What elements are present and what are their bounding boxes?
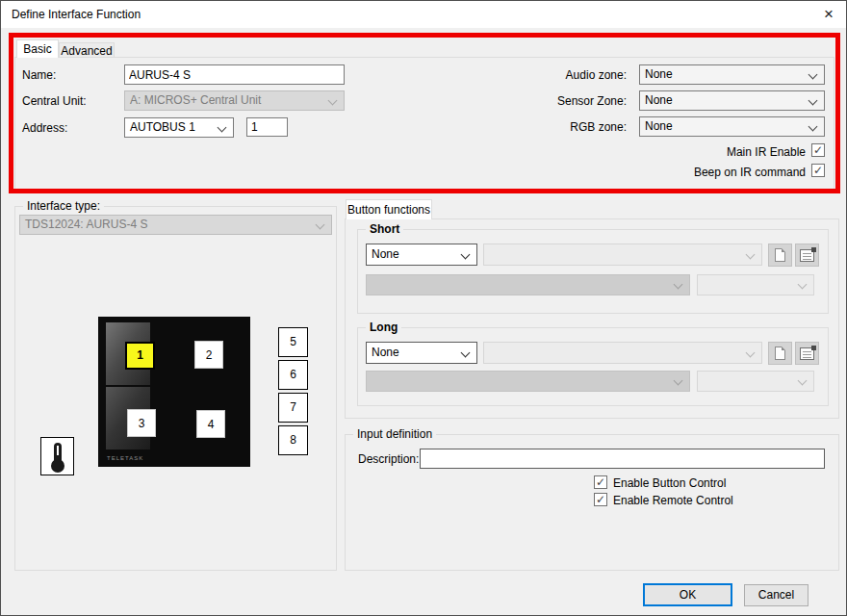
main-ir-enable-label: Main IR Enable — [617, 145, 806, 159]
device-button-2[interactable]: 2 — [194, 341, 223, 369]
device-brand: TELETASK — [107, 455, 143, 461]
long-target-combobox — [483, 342, 762, 364]
device-button-6[interactable]: 6 — [278, 360, 308, 390]
enable-remote-control-label: Enable Remote Control — [613, 494, 733, 507]
chevron-down-icon — [674, 376, 683, 386]
long-function-combobox[interactable]: None — [366, 342, 477, 364]
cancel-button[interactable]: Cancel — [744, 584, 808, 606]
device-button-3[interactable]: 3 — [127, 409, 156, 437]
sensor-zone-combobox[interactable]: None — [639, 90, 825, 111]
beep-ir-label: Beep on IR command — [617, 166, 806, 179]
chevron-down-icon — [461, 250, 471, 260]
device-button-7[interactable]: 7 — [278, 393, 308, 423]
long-press-group: Long None — [357, 327, 829, 406]
long-param1-combobox — [366, 371, 690, 392]
rgb-zone-combobox[interactable]: None — [639, 116, 825, 137]
tab-basic[interactable]: Basic — [16, 39, 59, 58]
address-number-input[interactable] — [246, 117, 288, 137]
temperature-sensor-button[interactable] — [40, 437, 74, 475]
device-button-8[interactable]: 8 — [278, 425, 308, 455]
new-document-icon — [775, 346, 785, 360]
chevron-down-icon — [461, 348, 471, 358]
interface-type-combobox: TDS12024: AURUS-4 S — [19, 215, 332, 235]
name-input[interactable] — [124, 64, 345, 85]
main-ir-enable-checkbox[interactable] — [811, 143, 825, 157]
title-bar: Define Interface Function × — [1, 1, 846, 28]
long-new-button — [768, 342, 792, 365]
close-icon[interactable]: × — [816, 4, 841, 25]
tab-advanced[interactable]: Advanced — [59, 42, 115, 58]
short-press-group: Short None — [357, 229, 829, 314]
chevron-down-icon — [798, 376, 808, 386]
device-button-1[interactable]: 1 — [125, 342, 155, 370]
rgb-zone-label: RGB zone: — [521, 120, 627, 134]
address-label: Address: — [22, 121, 67, 135]
chevron-down-icon — [746, 250, 756, 260]
address-bus-combobox[interactable]: AUTOBUS 1 — [124, 117, 234, 138]
long-caption: Long — [366, 321, 401, 334]
description-label: Description: — [358, 452, 419, 466]
enable-remote-control-checkbox[interactable] — [594, 493, 607, 506]
short-function-combobox[interactable]: None — [366, 244, 477, 266]
long-properties-button — [795, 342, 819, 365]
short-properties-button — [795, 244, 819, 267]
chevron-down-icon — [328, 96, 338, 106]
properties-icon — [800, 347, 814, 360]
interface-type-group: Interface type: TDS12024: AURUS-4 S TELE… — [14, 206, 337, 571]
chevron-down-icon — [808, 122, 818, 132]
device-preview: TELETASK 1 2 3 4 — [98, 317, 250, 467]
enable-button-control-label: Enable Button Control — [613, 476, 726, 490]
audio-zone-combobox[interactable]: None — [639, 64, 825, 85]
short-param2-combobox — [697, 274, 814, 295]
chevron-down-icon — [808, 96, 818, 106]
dialog-title: Define Interface Function — [12, 8, 141, 21]
new-document-icon — [775, 248, 785, 262]
device-button-4[interactable]: 4 — [196, 410, 225, 438]
properties-icon — [800, 249, 814, 262]
tab-button-functions[interactable]: Button functions — [346, 199, 432, 219]
device-button-5[interactable]: 5 — [278, 327, 308, 357]
dialog-define-interface-function: Define Interface Function × Basic Advanc… — [0, 0, 847, 616]
enable-button-control-checkbox[interactable] — [594, 475, 607, 489]
chevron-down-icon — [808, 70, 818, 80]
short-caption: Short — [366, 222, 403, 236]
chevron-down-icon — [316, 220, 325, 230]
interface-type-caption: Interface type: — [23, 199, 104, 213]
short-new-button — [768, 244, 792, 267]
chevron-down-icon — [218, 123, 227, 133]
description-input[interactable] — [420, 449, 825, 469]
chevron-down-icon — [746, 348, 756, 358]
sensor-zone-label: Sensor Zone: — [521, 94, 627, 108]
short-target-combobox — [483, 244, 762, 266]
chevron-down-icon — [798, 280, 808, 290]
name-label: Name: — [22, 68, 56, 82]
input-definition-group: Input definition Description: Enable But… — [345, 434, 839, 571]
beep-ir-checkbox[interactable] — [811, 164, 825, 177]
central-unit-label: Central Unit: — [22, 94, 87, 108]
chevron-down-icon — [674, 280, 683, 290]
ok-button[interactable]: OK — [643, 583, 732, 606]
audio-zone-label: Audio zone: — [521, 68, 627, 82]
input-definition-caption: Input definition — [353, 427, 436, 441]
long-param2-combobox — [697, 371, 814, 392]
short-param1-combobox — [366, 274, 690, 295]
central-unit-combobox: A: MICROS+ Central Unit — [124, 90, 345, 111]
